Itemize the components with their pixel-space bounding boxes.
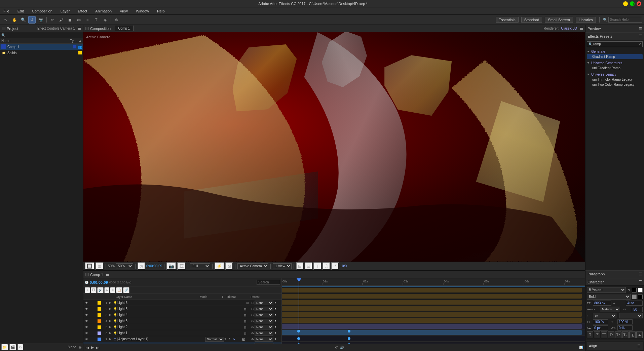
layer-row-3[interactable]: 👁 3 ▶ 💡 Light 4 ⊞ ⊙ <box>83 312 281 318</box>
project-item-comp1[interactable]: Comp 1 👥 <box>0 44 83 50</box>
global-search-input[interactable] <box>608 17 642 23</box>
layer-5-parent-select[interactable]: None <box>255 325 273 329</box>
tool-zoom[interactable]: 🔍 <box>20 16 27 24</box>
char-strike-btn[interactable]: T̶ <box>636 332 643 338</box>
paragraph-menu-icon[interactable]: ☰ <box>639 272 642 276</box>
effects-item-uni-gradient-ramp[interactable]: uni.Gradient Ramp <box>587 66 643 71</box>
char-italic-btn[interactable]: T <box>594 332 600 338</box>
tool-paint[interactable]: ◈ <box>101 16 109 24</box>
layer-2-expand[interactable]: ▶ <box>108 307 113 310</box>
char-cap-btn[interactable]: TT <box>601 332 607 338</box>
char-sub-btn[interactable]: T₋ <box>622 332 629 338</box>
tl-audio-btn[interactable]: 🔊 <box>97 287 104 293</box>
tl-draft-btn[interactable]: 📋 <box>116 287 122 293</box>
layer-3-parent-select[interactable]: None <box>255 313 273 317</box>
audio-btn[interactable]: 🔊 <box>340 346 344 349</box>
view-dropdown[interactable]: Active Camera <box>237 263 268 269</box>
layer-7-expand[interactable]: ▶ <box>108 338 113 341</box>
tl-lock-btn[interactable]: 🔗 <box>123 287 129 293</box>
char-smallcap-btn[interactable]: Tr <box>608 332 614 338</box>
tl-search-input[interactable] <box>257 280 280 285</box>
effects-search-input[interactable] <box>593 42 638 46</box>
tool-shape-ellipse[interactable]: ○ <box>84 16 91 24</box>
tool-camera[interactable]: 📷 <box>37 16 44 24</box>
layer-6-eye[interactable]: 👁 <box>83 332 89 335</box>
tl-solo-btn[interactable]: ☀ <box>85 287 90 293</box>
grid-btn[interactable]: ⊟ <box>305 262 312 270</box>
effects-menu-icon[interactable]: ☰ <box>639 34 642 38</box>
effects-item-gradient-ramp[interactable]: Gradient Ramp <box>587 54 643 59</box>
layer-1-eye[interactable]: 👁 <box>83 301 89 305</box>
fast-preview-btn[interactable]: ⚡ <box>215 262 224 270</box>
close-button[interactable]: ✕ <box>637 1 641 6</box>
layer-2-eye[interactable]: 👁 <box>83 307 89 311</box>
preview-menu-icon[interactable]: ☰ <box>639 27 642 31</box>
menu-animation[interactable]: Animation <box>93 8 114 14</box>
tool-select[interactable]: ↖ <box>2 16 9 24</box>
comp-panel-menu[interactable]: ☰ <box>580 26 583 31</box>
zoom-dropdown[interactable]: 50%100%200% <box>116 263 133 269</box>
tl-motion-blur-btn[interactable]: ≋ <box>110 287 115 293</box>
settings-btn[interactable]: ⚙ <box>17 344 23 350</box>
layer-1-expand[interactable]: ▶ <box>108 301 113 304</box>
layer-7-eye[interactable]: 👁 <box>83 338 89 341</box>
panel-menu-icon[interactable]: ☰ <box>78 26 81 31</box>
show-snap-btn[interactable]: 🖼 <box>177 262 186 270</box>
effects-item-uni-three-color-ramp[interactable]: uni.Thr...olor Ramp Legacy <box>587 77 643 82</box>
char-vscale-input[interactable] <box>593 319 608 324</box>
tool-hand[interactable]: ✋ <box>11 16 18 24</box>
new-folder-btn[interactable]: 📁 <box>1 344 8 350</box>
tool-pen[interactable]: ✏ <box>49 16 56 24</box>
tool-mask[interactable]: ◼ <box>66 16 74 24</box>
comp-tab-comp1[interactable]: Comp 1 <box>115 26 134 31</box>
layer-4-parent-select[interactable]: None <box>255 319 273 323</box>
menu-view[interactable]: View <box>118 8 130 14</box>
char-extra-select[interactable] <box>619 313 643 318</box>
tool-brush[interactable]: 🖌 <box>58 16 65 24</box>
char-units-select[interactable]: px <box>593 313 616 318</box>
char-super-btn[interactable]: T⁺ <box>615 332 621 338</box>
char-hscale-input[interactable] <box>617 319 633 324</box>
view-options-btn[interactable]: ⊞ <box>296 262 304 270</box>
layer-6-parent-select[interactable]: None <box>255 331 273 336</box>
char-color-box-1[interactable] <box>632 288 637 292</box>
menu-window[interactable]: Window <box>134 8 151 14</box>
resolution-dropdown[interactable]: FullHalfQuarter <box>190 263 210 269</box>
char-leading-input[interactable] <box>626 301 643 306</box>
layer-row-6[interactable]: 👁 6 ▶ 💡 Light 1 ⊞ ⊙ <box>83 330 281 336</box>
loop-btn[interactable]: ↺ <box>335 346 338 349</box>
tool-rotate[interactable]: ↺ <box>28 16 36 24</box>
project-item-solids[interactable]: 📁 Solids <box>0 50 83 56</box>
layer-row-1[interactable]: 👁 1 ▶ 💡 Light 6 ⊞ ⊙ <box>83 300 281 306</box>
layer-5-expand[interactable]: ▶ <box>108 325 113 328</box>
3d-view-btn[interactable]: ⬡ <box>323 262 330 270</box>
char-font-pencil[interactable]: ✎ <box>628 288 631 292</box>
effects-item-uni-two-color-ramp[interactable]: uni.Two Color Ramp Legacy <box>587 82 643 87</box>
char-baseline-input[interactable] <box>593 325 608 330</box>
char-tracking-input[interactable] <box>631 307 643 312</box>
chart-btn[interactable]: 📊 <box>579 346 583 349</box>
layer-row-7[interactable]: 👁 7 ▶ ⊡ [Adjustment Layer 1] Normal ▼ / <box>83 336 281 342</box>
layer-row-4[interactable]: 👁 4 ▶ 💡 Light 3 ⊞ ⊙ <box>83 318 281 324</box>
char-font-select[interactable]: B Yekan+ <box>587 287 626 293</box>
play-btn[interactable]: ▶ <box>91 345 94 350</box>
layer-3-eye[interactable]: 👁 <box>83 313 89 317</box>
char-color-box-4[interactable] <box>638 295 643 299</box>
menu-layer[interactable]: Layer <box>59 8 72 14</box>
snapshot-btn[interactable]: 📷 <box>166 262 176 270</box>
workspace-standard[interactable]: Standard <box>521 17 542 23</box>
menu-effect[interactable]: Effect <box>76 8 89 14</box>
always-preview-btn[interactable]: 🔲 <box>85 262 94 270</box>
layer-6-expand[interactable]: ▶ <box>108 332 113 335</box>
minimize-button[interactable]: ─ <box>623 1 628 6</box>
align-menu-icon[interactable]: ☰ <box>637 344 641 348</box>
char-bold-btn[interactable]: T <box>587 332 593 338</box>
layer-7-mode-select[interactable]: Normal <box>205 337 224 342</box>
char-color-box-2[interactable] <box>638 288 643 292</box>
workspace-essentials[interactable]: Essentials <box>496 17 519 23</box>
draft-3d-btn[interactable]: ▦ <box>96 262 104 270</box>
go-end-btn[interactable]: ⏭ <box>96 346 100 350</box>
maximize-button[interactable]: □ <box>630 1 635 6</box>
timeline-panel-menu-icon[interactable]: ☰ <box>106 272 109 277</box>
view-count-dropdown[interactable]: 1 View <box>273 263 292 269</box>
